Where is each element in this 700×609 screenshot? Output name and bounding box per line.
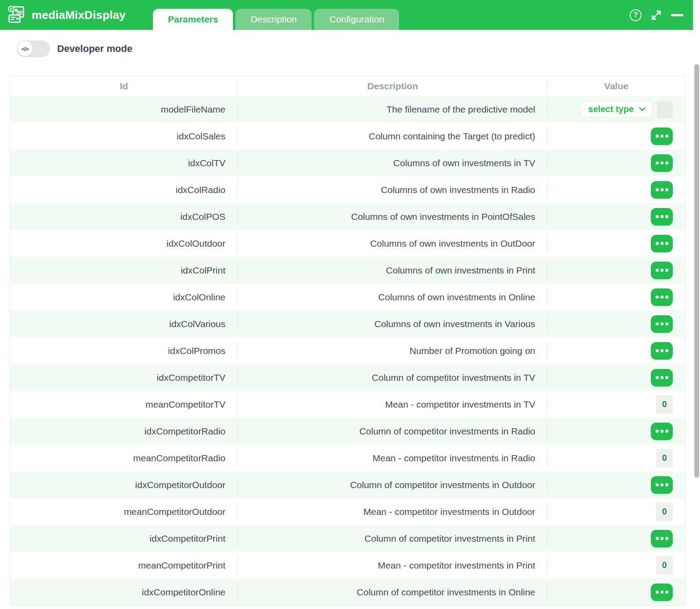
options-button[interactable] [651,369,673,387]
options-button[interactable] [651,208,673,226]
param-value-cell [548,525,685,552]
param-value-cell [548,337,685,364]
table-row: meanCompetitorRadioMean - competitor inv… [10,445,685,471]
ellipsis-icon [656,242,668,245]
table-row: idxCompetitorOnlineColumn of competitor … [10,579,685,605]
svg-text:ADS: ADS [17,11,23,15]
expand-icon[interactable] [650,9,662,21]
param-value-cell [548,418,685,445]
table-row: idxColOutdoorColumns of own investments … [10,230,685,257]
param-id: idxColOutdoor [10,230,238,257]
table-row: meanCompetitorPrintMean - competitor inv… [10,552,685,579]
help-icon[interactable]: ? [630,9,642,21]
options-button[interactable] [651,262,673,279]
param-id: idxColTV [10,150,238,176]
param-description: Columns of own investments in Radio [238,176,548,203]
table-row: idxColPrintColumns of own investments in… [10,257,685,284]
chevron-down-icon [639,105,646,112]
options-button[interactable] [651,288,673,306]
table-row: idxColVariousColumns of own investments … [10,310,685,337]
table-row: idxColPromosNumber of Promotion going on [10,337,685,364]
ellipsis-icon [656,376,668,379]
table-row: idxCompetitorRadioColumn of competitor i… [10,418,685,445]
param-id: meanCompetitorPrint [10,552,238,579]
column-header-value: Value [548,76,685,96]
param-value-cell: 0 [548,498,685,525]
param-value-cell [548,203,685,230]
options-button[interactable] [651,128,673,145]
select-type-dropdown[interactable]: select type [580,101,653,118]
select-type-label: select type [588,104,634,114]
param-value-cell [548,471,685,498]
options-button[interactable] [651,476,673,494]
options-button[interactable] [651,423,673,440]
tab-configuration[interactable]: Configuration [314,9,399,30]
param-description: Mean - competitor investments in Radio [238,445,548,471]
param-value-cell [548,123,685,150]
options-button[interactable] [651,181,673,199]
param-value-cell: 0 [548,552,685,579]
param-description: Columns of own investments in TV [238,150,548,176]
ellipsis-icon [656,349,668,352]
param-value-cell [548,579,685,605]
options-button[interactable] [651,235,673,252]
tab-parameters[interactable]: Parameters [153,9,233,30]
param-value-cell [548,284,685,310]
param-value-cell [548,230,685,257]
column-header-id: Id [10,76,238,96]
developer-mode-toggle[interactable]: </> [17,40,50,57]
scrollbar-track[interactable] [693,30,700,609]
value-input-box[interactable] [657,101,673,118]
ellipsis-icon [656,430,668,433]
param-id: idxCompetitorOnline [10,579,238,605]
minimize-icon[interactable] [671,14,683,16]
table-row: idxColOnlineColumns of own investments i… [10,284,685,310]
param-value-cell [548,176,685,203]
tab-bar: ParametersDescriptionConfiguration [153,9,399,30]
scrollbar-thumb[interactable] [694,64,699,478]
param-description: Column of competitor investments in Onli… [238,579,548,605]
param-id: meanCompetitorRadio [10,445,238,471]
ellipsis-icon [656,188,668,191]
table-row: meanCompetitorTVMean - competitor invest… [10,391,685,418]
param-description: Column containing the Target (to predict… [238,123,548,150]
table-row: idxColSalesColumn containing the Target … [10,123,685,150]
param-id: idxColPromos [10,337,238,364]
param-id: idxCompetitorTV [10,364,238,391]
options-button[interactable] [651,342,673,360]
ellipsis-icon [656,269,668,272]
value-field[interactable]: 0 [656,556,673,575]
param-id: meanCompetitorTV [10,391,238,418]
value-field[interactable]: 0 [656,503,673,521]
param-value-cell: 0 [548,445,685,471]
ellipsis-icon [656,591,668,594]
value-field[interactable]: 0 [656,395,673,414]
ellipsis-icon [656,161,668,164]
table-header-row: Id Description Value [10,76,685,96]
param-description: Columns of own investments in Print [238,257,548,284]
options-button[interactable] [651,530,673,547]
table-row: idxCompetitorPrintColumn of competitor i… [10,525,685,552]
ellipsis-icon [656,483,668,486]
table-row: modelFileNameThe filename of the predict… [10,96,685,123]
param-id: idxCompetitorOutdoor [10,471,238,498]
param-id: idxColSales [10,123,238,150]
parameters-table-body: modelFileNameThe filename of the predict… [10,96,685,605]
options-button[interactable] [651,583,673,601]
table-row: idxCompetitorTVColumn of competitor inve… [10,364,685,391]
options-button[interactable] [651,154,673,172]
value-field[interactable]: 0 [656,449,673,467]
param-description: Column of competitor investments in TV [238,364,548,391]
app-header: ADS mediaMixDisplay ParametersDescriptio… [0,0,693,30]
column-header-description: Description [238,76,548,96]
param-value-cell: select type [548,96,685,123]
tab-description[interactable]: Description [236,9,312,30]
param-description: Mean - competitor investments in TV [238,391,548,418]
options-button[interactable] [651,315,673,333]
param-description: The filename of the predictive model [238,96,548,123]
param-id: idxColRadio [10,176,238,203]
param-id: meanCompetitorOutdoor [10,498,238,525]
param-id: modelFileName [10,96,238,123]
ellipsis-icon [656,537,668,540]
developer-mode-row: </> Developer mode [17,40,132,57]
